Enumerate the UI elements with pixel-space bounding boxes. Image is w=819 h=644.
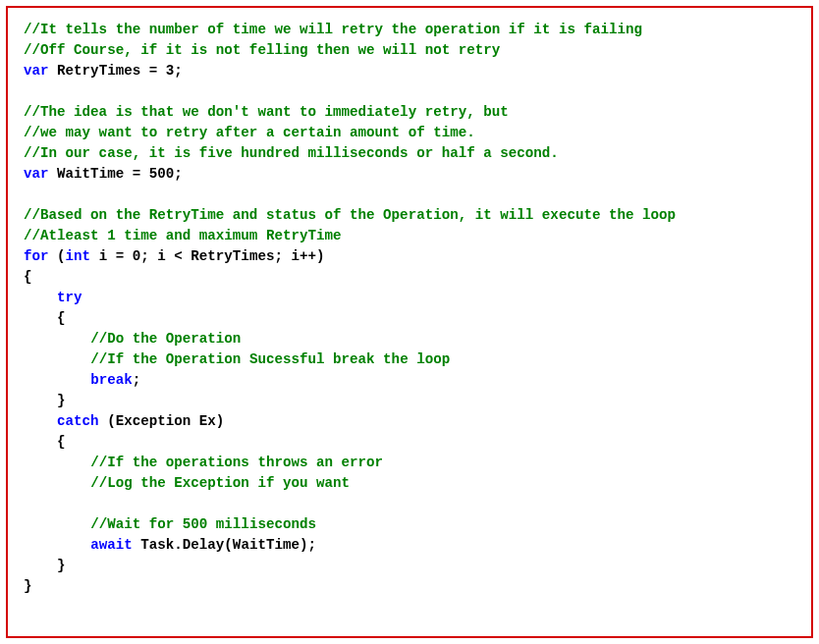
keyword-var: var bbox=[24, 166, 49, 182]
keyword-try: try bbox=[57, 290, 82, 305]
code-text: (Exception Ex) bbox=[99, 413, 225, 429]
brace: } bbox=[57, 393, 66, 408]
indent bbox=[24, 351, 90, 367]
code-text: RetryTimes = 3; bbox=[49, 63, 183, 79]
indent bbox=[24, 310, 57, 326]
comment-line: //In our case, it is five hundred millis… bbox=[24, 145, 559, 161]
keyword-for: for bbox=[24, 248, 49, 264]
comment-line: //Do the Operation bbox=[90, 331, 241, 347]
brace: { bbox=[57, 310, 66, 326]
indent bbox=[24, 413, 57, 429]
indent bbox=[24, 331, 90, 347]
code-block: //It tells the number of time we will re… bbox=[6, 6, 813, 638]
indent bbox=[24, 537, 90, 553]
keyword-var: var bbox=[24, 63, 49, 79]
comment-line: //Log the Exception if you want bbox=[90, 475, 350, 491]
comment-line: //we may want to retry after a certain a… bbox=[24, 125, 475, 140]
comment-line: //The idea is that we don't want to imme… bbox=[24, 104, 509, 120]
comment-line: //Atleast 1 time and maximum RetryTime bbox=[24, 228, 342, 243]
keyword-await: await bbox=[90, 537, 133, 553]
keyword-int: int bbox=[66, 248, 91, 264]
code-text: ; bbox=[133, 372, 141, 388]
comment-line: //It tells the number of time we will re… bbox=[24, 22, 642, 37]
code-text: Task.Delay(WaitTime); bbox=[133, 537, 316, 553]
indent bbox=[24, 455, 90, 470]
keyword-catch: catch bbox=[57, 413, 99, 429]
indent bbox=[24, 434, 57, 450]
indent bbox=[24, 393, 57, 408]
indent bbox=[24, 372, 90, 388]
comment-line: //If the Operation Sucessful break the l… bbox=[90, 351, 450, 367]
comment-line: //If the operations throws an error bbox=[90, 455, 383, 470]
code-text: WaitTime = 500; bbox=[49, 166, 183, 182]
code-text: i = 0; i < RetryTimes; i++) bbox=[90, 248, 324, 264]
indent bbox=[24, 516, 90, 532]
brace: } bbox=[24, 578, 32, 594]
code-text: ( bbox=[49, 248, 66, 264]
indent bbox=[24, 558, 57, 573]
brace: { bbox=[24, 269, 32, 285]
indent bbox=[24, 475, 90, 491]
comment-line: //Based on the RetryTime and status of t… bbox=[24, 207, 676, 223]
brace: } bbox=[57, 558, 66, 573]
indent bbox=[24, 290, 57, 305]
brace: { bbox=[57, 434, 66, 450]
keyword-break: break bbox=[90, 372, 133, 388]
comment-line: //Wait for 500 milliseconds bbox=[90, 516, 316, 532]
comment-line: //Off Course, if it is not felling then … bbox=[24, 42, 500, 58]
